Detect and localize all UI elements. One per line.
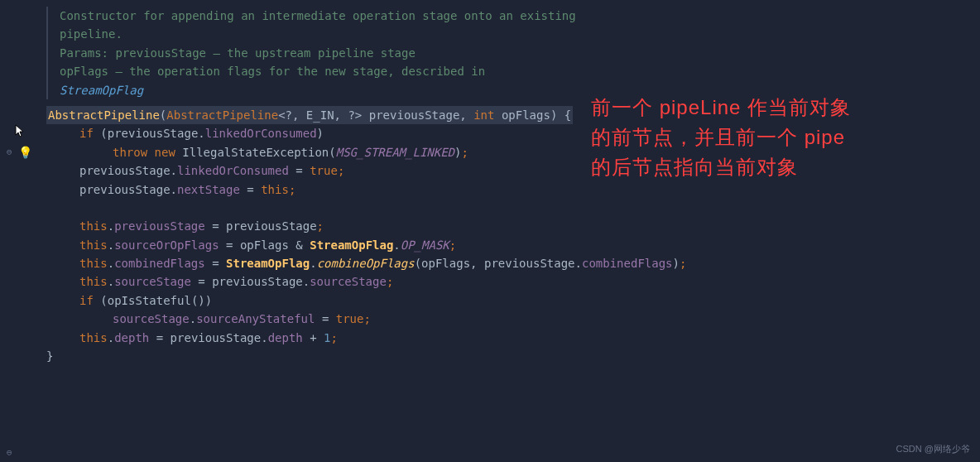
code-line: this.sourceStage = previousStage.sourceS…	[33, 272, 980, 291]
intention-bulb-icon[interactable]: 💡	[18, 143, 32, 161]
watermark: CSDN @网络少爷	[896, 442, 970, 457]
annotation-line: 的前节点，并且前一个 pipe	[591, 123, 980, 152]
doc-params: opFlags – the operation flags for the ne…	[60, 62, 980, 80]
code-line: this.previousStage = previousStage;	[33, 217, 980, 235]
annotation-line: 前一个 pipeLine 作当前对象	[591, 93, 980, 123]
doc-description: pipeline.	[60, 25, 980, 43]
code-line: this.combinedFlags = StreamOpFlag.combin…	[33, 254, 980, 272]
fold-indicator-icon[interactable]: ⊖	[7, 145, 12, 160]
blank-line	[33, 199, 980, 217]
code-line: this.depth = previousStage.depth + 1;	[33, 329, 980, 347]
code-line: sourceStage.sourceAnyStateful = true;	[33, 310, 980, 328]
code-line: this.sourceOrOpFlags = opFlags & StreamO…	[33, 236, 980, 254]
doc-params: Params: previousStage – the upstream pip…	[60, 44, 980, 62]
doc-description: Constructor for appending an intermediat…	[60, 7, 980, 25]
annotation-line: 的后节点指向当前对象	[591, 152, 980, 182]
code-line: previousStage.nextStage = this;	[33, 180, 980, 199]
code-line: if (opIsStateful())	[33, 291, 980, 310]
editor-gutter: ⊖ ⊖	[0, 0, 30, 462]
closing-brace: }	[33, 347, 980, 365]
annotation-text: 前一个 pipeLine 作当前对象 的前节点，并且前一个 pipe 的后节点指…	[591, 93, 980, 182]
javadoc-block: Constructor for appending an intermediat…	[46, 7, 980, 99]
fold-indicator-icon[interactable]: ⊖	[7, 445, 12, 460]
code-editor[interactable]: Constructor for appending an intermediat…	[33, 7, 980, 462]
